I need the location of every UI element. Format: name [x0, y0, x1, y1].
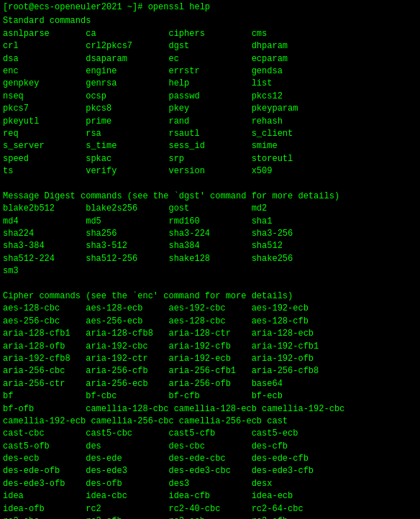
cmd-line-6: nseq ocsp passwd pkcs12 [3, 91, 417, 103]
cipher-line-15: des-ede3-ofb des-ofb des3 desx [3, 478, 417, 490]
digest-line-6: sm3 [3, 265, 417, 277]
spacer-1 [3, 178, 417, 190]
digest-line-5: sha512-224 sha512-256 shake128 shake256 [3, 253, 417, 265]
terminal-title: [root@ecs-openeuler2021 ~]# openssl help [3, 1, 417, 14]
digest-line-4: sha3-384 sha3-512 sha384 sha512 [3, 240, 417, 252]
cipher-line-2: aes-256-cbc aes-256-ecb aes-128-cbc aes-… [3, 316, 417, 328]
cipher-line-13: des-ecb des-ede des-ede-cbc des-ede-cfb [3, 453, 417, 465]
cipher-line-10: camellia-192-ecb camellia-256-cbc camell… [3, 415, 417, 428]
cipher-line-12: cast5-ofb des des-cbc des-cfb [3, 441, 417, 453]
cmd-line-11: speed spkac srp storeutl [3, 153, 417, 165]
section-header-digest: Message Digest commands (see the `dgst' … [3, 190, 417, 203]
cmd-line-12: ts verify version x509 [3, 165, 417, 178]
cmd-line-4: enc engine errstr gendsa [3, 65, 417, 78]
cmd-line-10: s_server s_time sess_id smime [3, 140, 417, 152]
cipher-line-5: aria-192-cfb8 aria-192-ctr aria-192-ecb … [3, 353, 417, 365]
spacer-2 [3, 278, 417, 290]
section-header-cipher: Cipher commands (see the `enc' command f… [3, 290, 417, 303]
cipher-line-1: aes-128-cbc aes-128-ecb aes-192-cbc aes-… [3, 303, 417, 315]
cmd-line-3: dsa dsaparam ec ecparam [3, 53, 417, 65]
cipher-line-9: bf-ofb camellia-128-cbc camellia-128-ecb… [3, 403, 417, 415]
cipher-line-17: idea-ofb rc2 rc2-40-cbc rc2-64-cbc [3, 503, 417, 515]
cipher-line-3: aria-128-cfb1 aria-128-cfb8 aria-128-ctr… [3, 328, 417, 340]
cmd-line-5: genpkey genrsa help list [3, 78, 417, 90]
digest-line-2: md4 md5 rmd160 sha1 [3, 216, 417, 228]
digest-line-1: blake2b512 blake2s256 gost md2 [3, 203, 417, 215]
cmd-line-9: req rsa rsautl s_client [3, 128, 417, 140]
cipher-line-6: aria-256-cbc aria-256-cfb aria-256-cfb1 … [3, 365, 417, 377]
cipher-line-16: idea idea-cbc idea-cfb idea-ecb [3, 490, 417, 502]
cipher-line-4: aria-128-ofb aria-192-cbc aria-192-cfb a… [3, 341, 417, 353]
cmd-line-2: crl crl2pkcs7 dgst dhparam [3, 40, 417, 52]
cmd-line-8: pkeyutl prime rand rehash [3, 116, 417, 128]
cipher-line-11: cast-cbc cast5-cbc cast5-cfb cast5-ecb [3, 428, 417, 440]
cipher-line-7: aria-256-ctr aria-256-ecb aria-256-ofb b… [3, 378, 417, 390]
cmd-line-7: pkcs7 pkcs8 pkey pkeyparam [3, 103, 417, 115]
cipher-line-14: des-ede-ofb des-ede3 des-ede3-cbc des-ed… [3, 465, 417, 477]
terminal-window: [root@ecs-openeuler2021 ~]# openssl help… [0, 0, 420, 519]
cmd-line-1: asnlparse ca ciphers cms [3, 28, 417, 40]
section-header-standard: Standard commands [3, 15, 417, 27]
cipher-line-18: rc2-cbc rc2-cfb rc2-ecb rc2-ofb [3, 515, 417, 519]
cipher-line-8: bf bf-cbc bf-cfb bf-ecb [3, 390, 417, 403]
digest-line-3: sha224 sha256 sha3-224 sha3-256 [3, 228, 417, 240]
